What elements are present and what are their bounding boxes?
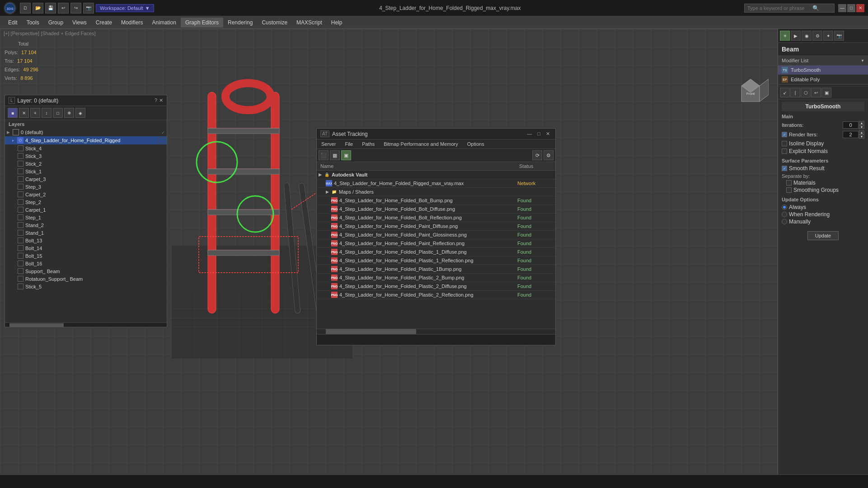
- asset-tb-settings[interactable]: ⚙: [544, 150, 554, 160]
- search-input[interactable]: [747, 5, 811, 11]
- menu-graph-editors[interactable]: Graph Editors: [181, 18, 223, 28]
- lp-icon-select[interactable]: □: [53, 108, 63, 118]
- layer-item-rotation-support-beam[interactable]: Rotatuon_Support_ Beam: [5, 275, 167, 283]
- layer-item-main-object[interactable]: ▸ ⬡ 4_Step_Ladder_for_Home_Folded_Rigged: [5, 136, 167, 144]
- layer-item-bolt15[interactable]: Bolt_15: [5, 252, 167, 260]
- asset-close-btn[interactable]: ✕: [544, 131, 552, 137]
- rp-env-icon[interactable]: ⚙: [812, 31, 822, 41]
- minimize-button[interactable]: —: [838, 4, 846, 12]
- menu-maxscript[interactable]: MAXScript: [292, 18, 327, 28]
- workspace-button[interactable]: Workspace: Default ▼: [96, 4, 154, 12]
- asset-tb-icon1[interactable]: ⬛: [319, 150, 328, 160]
- manually-radio[interactable]: Manually: [782, 218, 864, 225]
- menu-create[interactable]: Create: [91, 18, 117, 28]
- layer-item-step2[interactable]: Step_2: [5, 198, 167, 206]
- asset-row-png9[interactable]: PNG 4_Step_Ladder_for_Home_Folded_Plasti…: [317, 265, 555, 274]
- asset-row-png6[interactable]: PNG 4_Step_Ladder_for_Home_Folded_Paint_…: [317, 239, 555, 248]
- layer-item-stand2[interactable]: Stand_2: [5, 221, 167, 229]
- isoline-display-checkbox[interactable]: Isoline Display: [782, 140, 864, 147]
- layer-item-step3[interactable]: Step_3: [5, 183, 167, 191]
- asset-row-png10[interactable]: PNG 4_Step_Ladder_for_Home_Folded_Plasti…: [317, 274, 555, 282]
- asset-row-vault[interactable]: ▶ 🔒 Autodesk Vault: [317, 171, 555, 179]
- asset-tb-refresh[interactable]: ⟳: [532, 150, 542, 160]
- lp-icon-freeze[interactable]: ❄: [64, 108, 74, 118]
- screenshot-icon[interactable]: 📷: [83, 3, 94, 14]
- rp-rotate-icon[interactable]: ↩: [811, 88, 821, 98]
- asset-row-png1[interactable]: PNG 4_Step_Ladder_for_Home_Folded_Bolt_B…: [317, 196, 555, 205]
- render-iters-checkbox[interactable]: ✓ Render Iters:: [782, 132, 818, 137]
- asset-row-png7[interactable]: PNG 4_Step_Ladder_for_Home_Folded_Plasti…: [317, 248, 555, 256]
- lp-icon-color[interactable]: ■: [8, 108, 18, 118]
- menu-help[interactable]: Help: [327, 18, 347, 28]
- explicit-normals-checkbox[interactable]: Explicit Normals: [782, 148, 864, 154]
- menu-tools[interactable]: Tools: [22, 18, 44, 28]
- layer-horizontal-scrollbar[interactable]: [5, 322, 167, 327]
- menu-rendering[interactable]: Rendering: [223, 18, 257, 28]
- when-rendering-radio[interactable]: When Rendering: [782, 211, 864, 218]
- render-iters-down[interactable]: ▼: [859, 135, 864, 139]
- layer-item-stick5[interactable]: Stick_5: [5, 283, 167, 290]
- asset-menu-server[interactable]: Server: [319, 140, 338, 148]
- layer-item-carpet1[interactable]: Carpet_1: [5, 206, 167, 214]
- asset-row-maps[interactable]: ▶ 📁 Maps / Shaders: [317, 188, 555, 196]
- rp-render-setup-icon[interactable]: ☀: [780, 31, 790, 41]
- redo-icon[interactable]: ↪: [70, 3, 81, 14]
- lp-icon-delete[interactable]: ✕: [19, 108, 29, 118]
- rp-active-shade-icon[interactable]: ◉: [802, 31, 812, 41]
- asset-menu-bitmap[interactable]: Bitmap Performance and Memory: [381, 140, 460, 148]
- asset-row-png3[interactable]: PNG 4_Step_Ladder_for_Home_Folded_Bolt_R…: [317, 214, 555, 222]
- asset-menu-file[interactable]: File: [342, 140, 356, 148]
- lp-icon-add[interactable]: +: [30, 108, 40, 118]
- undo-icon[interactable]: ↩: [58, 3, 69, 14]
- asset-menu-options[interactable]: Options: [464, 140, 487, 148]
- menu-customize[interactable]: Customize: [257, 18, 292, 28]
- asset-row-png11[interactable]: PNG 4_Step_Ladder_for_Home_Folded_Plasti…: [317, 282, 555, 291]
- asset-row-png12[interactable]: PNG 4_Step_Ladder_for_Home_Folded_Plasti…: [317, 291, 555, 299]
- menu-edit[interactable]: Edit: [4, 18, 22, 28]
- menu-modifiers[interactable]: Modifiers: [117, 18, 148, 28]
- render-iters-input[interactable]: [843, 131, 859, 138]
- asset-row-png4[interactable]: PNG 4_Step_Ladder_for_Home_Folded_Paint_…: [317, 222, 555, 231]
- asset-tb-icon2[interactable]: ▦: [330, 150, 340, 160]
- layer-item-bolt13[interactable]: Bolt_13: [5, 237, 167, 244]
- asset-row-png2[interactable]: PNG 4_Step_Ladder_for_Home_Folded_Bolt_D…: [317, 205, 555, 214]
- asset-row-png8[interactable]: PNG 4_Step_Ladder_for_Home_Folded_Plasti…: [317, 256, 555, 265]
- layer-panel-close[interactable]: ✕: [159, 98, 163, 103]
- rp-effects-icon[interactable]: ✦: [823, 31, 833, 41]
- asset-minimize-btn[interactable]: —: [525, 131, 534, 137]
- iterations-up[interactable]: ▲: [859, 121, 864, 125]
- layer-item-stick3[interactable]: Stick_3: [5, 152, 167, 160]
- modifier-editable-poly[interactable]: EP Editable Poly: [778, 75, 868, 84]
- smoothing-groups-checkbox[interactable]: Smoothing Groups: [786, 187, 864, 193]
- close-button[interactable]: ✕: [856, 4, 864, 12]
- menu-views[interactable]: Views: [68, 18, 91, 28]
- lp-icon-render[interactable]: ◈: [75, 108, 85, 118]
- rp-scale-icon[interactable]: ▣: [821, 88, 831, 98]
- layer-item-stick1[interactable]: Stick_1: [5, 167, 167, 175]
- asset-tb-icon3[interactable]: ▣: [341, 150, 351, 160]
- materials-checkbox[interactable]: Materials: [786, 180, 864, 186]
- open-icon[interactable]: 📂: [33, 3, 43, 14]
- menu-animation[interactable]: Animation: [148, 18, 181, 28]
- asset-menu-paths[interactable]: Paths: [359, 140, 377, 148]
- layer-item-support-beam[interactable]: Support_ Beam: [5, 267, 167, 275]
- modifier-turbosmooth[interactable]: TS TurboSmooth: [778, 65, 868, 75]
- render-iters-up[interactable]: ▲: [859, 130, 864, 135]
- rp-move-icon[interactable]: ⬡: [801, 88, 811, 98]
- iterations-down[interactable]: ▼: [859, 125, 864, 129]
- rp-select-icon[interactable]: |: [790, 88, 800, 98]
- always-radio[interactable]: Always: [782, 204, 864, 210]
- layer-item-default[interactable]: ▶ 0 (default) ✓: [5, 128, 167, 136]
- layer-item-carpet3[interactable]: Carpet_3: [5, 175, 167, 183]
- save-icon[interactable]: 💾: [45, 3, 56, 14]
- modifier-list-dropdown[interactable]: Modifier List ▼: [778, 56, 868, 65]
- asset-row-maxfile[interactable]: MAX 4_Step_Ladder_for_Home_Folded_Rigged…: [317, 179, 555, 188]
- rp-render-icon[interactable]: ▶: [791, 31, 801, 41]
- smooth-result-checkbox[interactable]: ✓ Smooth Result: [782, 165, 864, 172]
- asset-row-png5[interactable]: PNG 4_Step_Ladder_for_Home_Folded_Paint_…: [317, 231, 555, 239]
- layer-item-bolt14[interactable]: Bolt_14: [5, 244, 167, 252]
- lp-icon-move[interactable]: ↕: [42, 108, 52, 118]
- iterations-input[interactable]: [843, 121, 859, 129]
- asset-horizontal-scrollbar[interactable]: [317, 329, 555, 334]
- layer-item-bolt16[interactable]: Bolt_16: [5, 260, 167, 267]
